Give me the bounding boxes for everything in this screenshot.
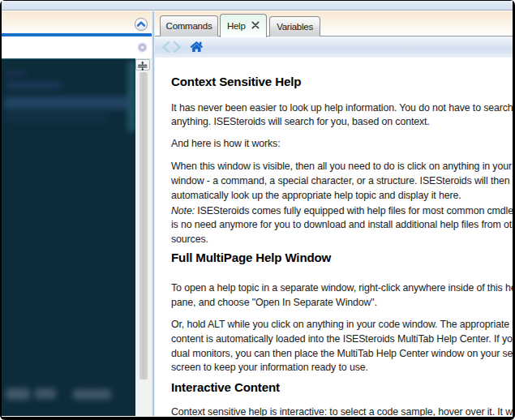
text-line: sources. [171,233,513,247]
text-line: pane, and choose "Open In Separate Windo… [171,296,513,311]
section-heading: Context Sensitive Help [171,73,301,91]
paragraph: Context sensitive help is interactive: t… [171,405,513,416]
home-icon[interactable] [190,41,203,52]
text-line: Or, hold ALT while you click on anything… [171,318,513,332]
text-line: anything. ISESteroids will search for yo… [171,115,513,130]
text-line: When this window is visible, then all yo… [171,160,513,174]
console-scrollbar[interactable] [135,58,152,417]
text-line: dual monitors, you can then place the Mu… [171,347,513,362]
section-heading: Interactive Content [171,379,280,396]
tab-help[interactable]: Help [220,14,267,37]
console-pane[interactable] [2,58,135,417]
text-line: is no need anymore for you to download a… [171,218,513,233]
text-line: automatically look up the appropriate he… [171,189,513,204]
console-blurred-text [35,388,56,399]
splitter-grip-button[interactable] [135,59,150,71]
paragraph: To open a help topic in a separate windo… [171,281,513,311]
paragraph: When this window is visible, then all yo… [171,160,513,203]
tab-variables[interactable]: Variables [269,16,320,36]
text-line: It has never been easier to look up help… [171,101,513,116]
text-line: screen to keep your information ready to… [171,361,513,375]
console-input-strip[interactable] [2,36,152,58]
help-pane: CommandsHelpVariables Context Sensitive … [155,11,513,417]
chevron-right-icon[interactable] [174,42,180,51]
console-blurred-text [5,71,26,77]
text-line: And here is how it works: [171,137,280,152]
text-line: window - a command, a special character,… [171,174,513,189]
text-line: Note: ISESteroids comes fully equipped w… [171,204,513,219]
split-resize-icon [136,61,149,71]
console-blurred-text [6,82,61,89]
chevron-left-icon[interactable] [163,42,169,51]
console-blurred-text [6,388,30,400]
window-client-area: CommandsHelpVariables Context Sensitive … [2,1,513,417]
chevron-up-icon [135,19,147,30]
collapse-pane-button[interactable] [135,18,148,31]
console-blurred-text [4,96,135,109]
section-heading: Full MultiPage Help Window [171,249,331,267]
console-blurred-text [5,112,109,122]
paragraph: It has never been easier to look up help… [171,101,513,131]
text-line: Context sensitive help is interactive: t… [171,405,513,416]
paragraph: Note: ISESteroids comes fully equipped w… [171,204,513,247]
titlebar-strip [2,1,513,10]
paragraph: And here is how it works: [171,137,280,152]
text-line: content is automatically loaded into the… [171,332,513,347]
tab-label: Help [227,21,246,31]
paragraph: Or, hold ALT while you click on anything… [171,318,513,375]
text-line: To open a help topic in a separate windo… [171,281,513,296]
application-window: CommandsHelpVariables Context Sensitive … [0,0,515,420]
close-tab-icon[interactable] [251,22,260,30]
console-blurred-text [73,389,111,400]
console-scroll-hint [127,61,135,131]
tab-label: Variables [277,22,313,32]
help-content: Context Sensitive HelpIt has never been … [155,58,513,416]
tab-label: Commands [166,21,212,31]
tab-commands[interactable]: Commands [160,15,218,36]
scrollbar-thumb[interactable] [139,72,148,379]
help-toolbar [155,36,513,58]
